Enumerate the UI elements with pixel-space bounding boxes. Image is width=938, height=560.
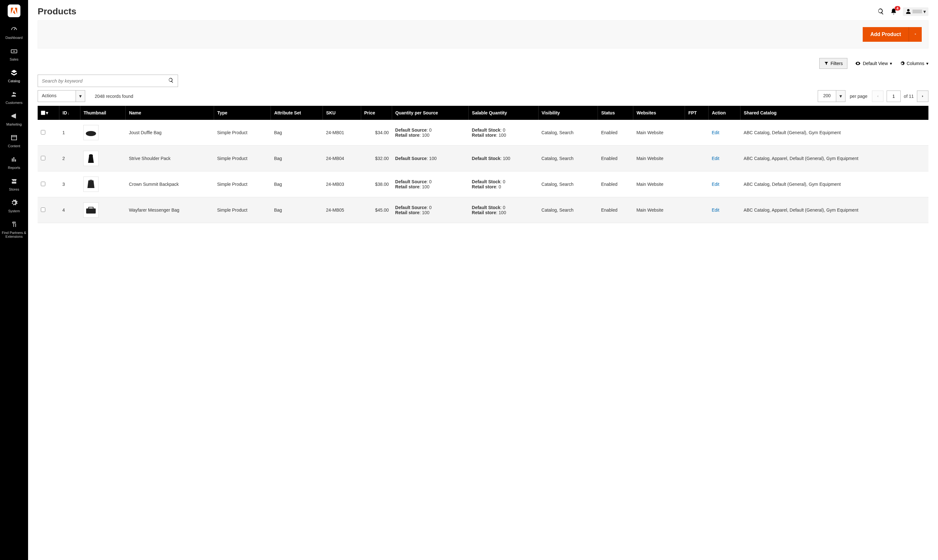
cell-fpt bbox=[685, 197, 709, 223]
col-type[interactable]: Type bbox=[214, 106, 270, 120]
col-salable-qty[interactable]: Salable Quantity bbox=[469, 106, 538, 120]
nav-item-reports[interactable]: Reports bbox=[0, 152, 28, 173]
svg-point-1 bbox=[13, 51, 15, 52]
cell-attrset: Bag bbox=[271, 146, 323, 171]
col-name[interactable]: Name bbox=[126, 106, 214, 120]
col-checkbox[interactable]: ▾ bbox=[38, 106, 59, 120]
cell-sku: 24-MB01 bbox=[323, 120, 361, 146]
nav-label: System bbox=[8, 209, 20, 213]
nav-item-content[interactable]: Content bbox=[0, 130, 28, 152]
nav-item-stores[interactable]: Stores bbox=[0, 173, 28, 195]
nav-icon bbox=[1, 177, 27, 186]
chevron-down-icon: ▾ bbox=[46, 110, 48, 115]
default-view-button[interactable]: Default View ▾ bbox=[855, 60, 892, 66]
next-page-button[interactable] bbox=[917, 91, 929, 102]
sort-desc-icon: ↓ bbox=[68, 111, 69, 115]
nav-label: Catalog bbox=[8, 79, 20, 83]
col-action[interactable]: Action bbox=[709, 106, 741, 120]
row-checkbox[interactable] bbox=[41, 130, 45, 134]
nav-icon bbox=[1, 26, 27, 34]
grid-toolbar: Filters Default View ▾ Columns ▾ bbox=[38, 58, 929, 69]
col-visibility[interactable]: Visibility bbox=[538, 106, 598, 120]
cell-fpt bbox=[685, 171, 709, 197]
admin-user-menu[interactable]: ▾ bbox=[903, 7, 929, 16]
default-view-label: Default View bbox=[863, 61, 888, 66]
cell-type: Simple Product bbox=[214, 146, 270, 171]
search-input[interactable] bbox=[38, 75, 164, 87]
col-websites[interactable]: Websites bbox=[633, 106, 685, 120]
nav-item-system[interactable]: System bbox=[0, 195, 28, 217]
nav-item-dashboard[interactable]: Dashboard bbox=[0, 22, 28, 43]
col-fpt[interactable]: FPT bbox=[685, 106, 709, 120]
global-search-button[interactable] bbox=[877, 8, 884, 15]
mass-actions-select[interactable]: Actions ▾ bbox=[38, 90, 85, 102]
chevron-left-icon bbox=[876, 94, 879, 98]
cell-id: 3 bbox=[59, 171, 80, 197]
cell-name: Crown Summit Backpack bbox=[126, 171, 214, 197]
col-id[interactable]: ID↓ bbox=[59, 106, 80, 120]
chevron-right-icon bbox=[921, 94, 925, 98]
cell-visibility: Catalog, Search bbox=[538, 120, 598, 146]
cell-action: Edit bbox=[709, 197, 741, 223]
adobe-logo-icon bbox=[10, 7, 18, 15]
user-name-placeholder bbox=[912, 9, 922, 13]
col-shared-catalog[interactable]: Shared Catalog bbox=[741, 106, 929, 120]
product-thumbnail bbox=[83, 151, 99, 166]
cell-name: Strive Shoulder Pack bbox=[126, 146, 214, 171]
edit-link[interactable]: Edit bbox=[712, 130, 719, 135]
chevron-down-icon bbox=[913, 32, 917, 36]
col-sku[interactable]: SKU bbox=[323, 106, 361, 120]
row-checkbox[interactable] bbox=[41, 182, 45, 186]
table-row: 1Joust Duffle BagSimple ProductBag24-MB0… bbox=[38, 120, 929, 146]
cell-type: Simple Product bbox=[214, 197, 270, 223]
notifications-button[interactable]: 4 bbox=[890, 8, 897, 15]
page-header: Products 4 ▾ bbox=[38, 0, 929, 20]
nav-item-sales[interactable]: Sales bbox=[0, 43, 28, 65]
row-checkbox[interactable] bbox=[41, 208, 45, 212]
columns-button[interactable]: Columns ▾ bbox=[900, 61, 929, 66]
col-attrset[interactable]: Attribute Set bbox=[271, 106, 323, 120]
col-qty-per-source[interactable]: Quantity per Source bbox=[392, 106, 469, 120]
edit-link[interactable]: Edit bbox=[712, 208, 719, 212]
edit-link[interactable]: Edit bbox=[712, 182, 719, 187]
nav-icon bbox=[1, 134, 27, 142]
cell-id: 1 bbox=[59, 120, 80, 146]
cell-salable: Default Stock: 0Retail store: 0 bbox=[469, 171, 538, 197]
cell-status: Enabled bbox=[598, 120, 633, 146]
cell-price: $38.00 bbox=[361, 171, 392, 197]
prev-page-button[interactable] bbox=[872, 91, 884, 102]
user-icon bbox=[906, 9, 911, 14]
product-thumbnail bbox=[83, 125, 99, 140]
cell-sku: 24-MB05 bbox=[323, 197, 361, 223]
col-price[interactable]: Price bbox=[361, 106, 392, 120]
cell-shared-catalog: ABC Catalog, Apparel, Default (General),… bbox=[741, 197, 929, 223]
add-product-dropdown[interactable] bbox=[909, 27, 922, 42]
row-checkbox[interactable] bbox=[41, 156, 45, 160]
nav-item-catalog[interactable]: Catalog bbox=[0, 65, 28, 87]
col-status[interactable]: Status bbox=[598, 106, 633, 120]
add-product-button[interactable]: Add Product bbox=[863, 27, 909, 42]
per-page-select[interactable]: 200 ▾ bbox=[818, 90, 845, 102]
edit-link[interactable]: Edit bbox=[712, 156, 719, 161]
nav-label: Content bbox=[8, 144, 20, 148]
product-thumbnail bbox=[83, 177, 99, 192]
cell-status: Enabled bbox=[598, 197, 633, 223]
col-thumbnail[interactable]: Thumbnail bbox=[80, 106, 125, 120]
brand-logo[interactable] bbox=[8, 5, 20, 17]
actions-label: Actions bbox=[38, 91, 76, 102]
cell-attrset: Bag bbox=[271, 197, 323, 223]
page-input[interactable] bbox=[887, 91, 901, 102]
select-all-checkbox[interactable] bbox=[41, 111, 45, 115]
products-table: ▾ ID↓ Thumbnail Name Type Attribute Set … bbox=[38, 106, 929, 223]
chevron-down-icon: ▾ bbox=[836, 91, 845, 102]
nav-item-customers[interactable]: Customers bbox=[0, 87, 28, 108]
search-box bbox=[38, 75, 178, 87]
nav-item-find-partners-extensions[interactable]: Find Partners & Extensions bbox=[0, 217, 28, 242]
cell-action: Edit bbox=[709, 171, 741, 197]
nav-item-marketing[interactable]: Marketing bbox=[0, 108, 28, 130]
per-page-label: per page bbox=[850, 94, 867, 99]
search-submit[interactable] bbox=[164, 75, 178, 87]
cell-shared-catalog: ABC Catalog, Apparel, Default (General),… bbox=[741, 146, 929, 171]
filters-button[interactable]: Filters bbox=[819, 58, 847, 69]
nav-icon bbox=[1, 112, 27, 120]
